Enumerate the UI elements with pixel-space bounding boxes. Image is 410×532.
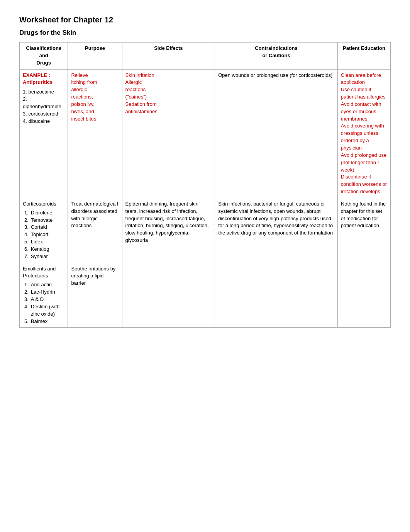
patient-education-text: Clean area before application Use cautio…: [341, 72, 387, 195]
contraindications-text: Skin infections, bacterial or fungal, cu…: [218, 201, 333, 236]
drug-item: 7.Synalar: [24, 253, 64, 260]
patient-education-cell-example: Clean area before application Use cautio…: [337, 69, 390, 198]
drug-item: 1.AmLactin: [24, 281, 64, 289]
drug-item: 3.A & D: [24, 296, 64, 303]
drugs-cell-emollients: Emollients and Protectants 1.AmLactin 2.…: [20, 263, 68, 328]
col-header-contraindications: Contraindicationsor Cautions: [215, 42, 338, 70]
purpose-cell-emollients: Soothe irritations by creating a lipid b…: [68, 263, 122, 328]
drugs-cell-example: EXAMPLE : Antipruritics 1. benzocaine 2.…: [20, 69, 68, 198]
col-header-purpose: Purpose: [68, 42, 122, 70]
col-header-patient-education: Patient Education: [337, 42, 390, 70]
drug-item: 1.Diprolene: [24, 209, 64, 217]
drug-item: 3. corticosteroid: [23, 110, 64, 118]
purpose-text: Treat dermatologica l disorders associat…: [71, 201, 118, 229]
side-effects-cell-corticosteroids: Epidermal thinning, frequent skin tears,…: [122, 198, 215, 263]
side-effects-text: Epidermal thinning, frequent skin tears,…: [125, 201, 209, 243]
drug-item: 1. benzocaine: [23, 88, 64, 96]
col-header-side-effects: Side Effects: [122, 42, 215, 70]
side-effects-cell-example: Skin irritation Allergic reactions ("cai…: [122, 69, 215, 198]
drug-category: Emollients and Protectants: [23, 265, 64, 280]
table-row: Emollients and Protectants 1.AmLactin 2.…: [20, 263, 391, 328]
contraindications-cell-emollients: [215, 263, 338, 328]
page-title: Worksheet for Chapter 12: [19, 15, 391, 24]
drug-item: 4.Topicort: [24, 231, 64, 238]
purpose-cell-corticosteroids: Treat dermatologica l disorders associat…: [68, 198, 122, 263]
table-row: Corticosteroids 1.Diprolene 2.Temovate 3…: [20, 198, 391, 263]
drugs-cell-corticosteroids: Corticosteroids 1.Diprolene 2.Temovate 3…: [20, 198, 68, 263]
example-drug-name: Antipruritics: [23, 79, 53, 85]
patient-education-text: Nothing found in the chapter for this se…: [341, 201, 386, 229]
drug-item: 5.Lidex: [24, 238, 64, 246]
drug-category: Corticosteroids: [23, 201, 64, 208]
col-header-drugs: Classifications andDrugs: [20, 42, 68, 70]
drug-item: 4. dibucaine: [23, 118, 64, 125]
drug-item: 2.Temovate: [24, 217, 64, 224]
contraindications-text: Open wounds or prolonged use (for cortic…: [218, 72, 332, 78]
drug-item: 4.Destitin (with zinc oxide): [24, 303, 64, 318]
contraindications-cell-corticosteroids: Skin infections, bacterial or fungal, cu…: [215, 198, 338, 263]
drug-item: 2. diphenhydramine: [23, 96, 64, 110]
purpose-text: Relieveitching fromallergicreactions,poi…: [71, 72, 97, 122]
drug-item: 5.Balmex: [24, 318, 64, 325]
patient-education-cell-corticosteroids: Nothing found in the chapter for this se…: [337, 198, 390, 263]
page-subtitle: Drugs for the Skin: [19, 29, 391, 37]
patient-education-cell-emollients: [337, 263, 390, 328]
drug-item: 3.Cortaid: [24, 224, 64, 231]
drug-item: 2.Lac-Hydrin: [24, 289, 64, 296]
contraindications-cell-example: Open wounds or prolonged use (for cortic…: [215, 69, 338, 198]
drug-item: 6.Kenalog: [24, 246, 64, 253]
side-effects-cell-emollients: [122, 263, 215, 328]
table-row: EXAMPLE : Antipruritics 1. benzocaine 2.…: [20, 69, 391, 198]
example-label: EXAMPLE :: [23, 72, 50, 78]
purpose-text: Soothe irritations by creating a lipid b…: [71, 266, 115, 286]
purpose-cell-example: Relieveitching fromallergicreactions,poi…: [68, 69, 122, 198]
side-effects-text: Skin irritation Allergic reactions ("cai…: [125, 72, 158, 114]
drugs-table: Classifications andDrugs Purpose Side Ef…: [19, 42, 391, 328]
